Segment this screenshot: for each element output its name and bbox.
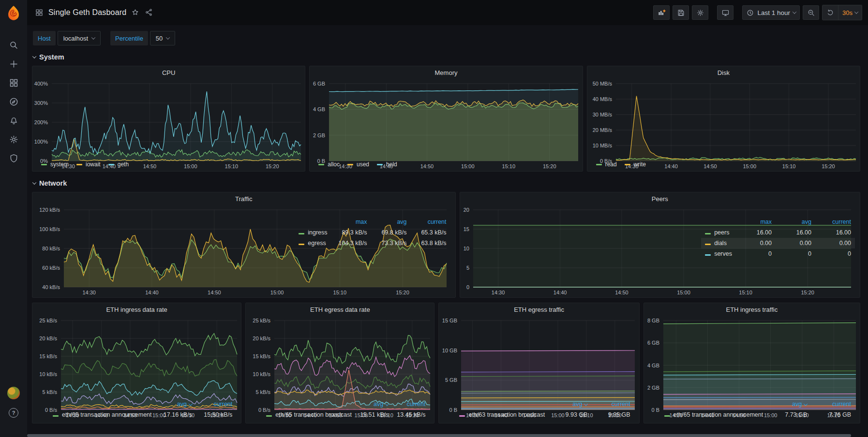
legend-item[interactable]: eth/65 transaction announcement xyxy=(660,409,767,420)
legend-item[interactable]: alloc xyxy=(318,161,340,168)
svg-text:14:50: 14:50 xyxy=(615,290,629,295)
svg-text:20 kB/s: 20 kB/s xyxy=(39,335,57,341)
dashboard-scroll[interactable]: Host localhost Percentile 50 System CPU xyxy=(27,25,868,437)
legend-item[interactable]: system xyxy=(41,161,69,168)
panel-title[interactable]: ETH egress traffic xyxy=(439,303,639,316)
variable-host-value[interactable]: localhost xyxy=(58,31,101,45)
svg-text:5 kB/s: 5 kB/s xyxy=(256,389,271,395)
user-avatar[interactable] xyxy=(7,387,20,399)
legend-item[interactable]: egress xyxy=(295,238,331,248)
panel-title[interactable]: ETH egress data rate xyxy=(246,303,434,316)
legend-item[interactable]: eth/65 transaction announcement xyxy=(49,409,156,420)
variable-percentile-value[interactable]: 50 xyxy=(150,31,175,45)
legend-value: 0 xyxy=(815,248,855,259)
eth-egress-traffic-chart[interactable]: 0 B5 GB10 GB15 GB14:3014:4014:5015:0015:… xyxy=(439,316,639,399)
section-system[interactable]: System xyxy=(33,50,860,64)
series-swatch xyxy=(625,164,630,165)
legend-sort-avg[interactable]: avg xyxy=(356,399,392,409)
help-icon[interactable]: ? xyxy=(9,408,18,418)
legend-sort-current[interactable]: current xyxy=(392,399,429,409)
section-network[interactable]: Network xyxy=(33,176,860,190)
peers-chart[interactable]: 0510152014:3014:4014:5015:0015:1015:20 xyxy=(460,205,702,297)
share-icon[interactable] xyxy=(145,8,153,17)
alerting-bell-icon[interactable] xyxy=(8,115,19,126)
legend-sort-avg[interactable]: avg xyxy=(767,399,811,409)
dashboard-settings-button[interactable] xyxy=(692,5,708,20)
eth-egress-traffic-legend: avgcurrenteth/63 transaction broadcast9.… xyxy=(439,399,639,423)
dashboard-title: Single Geth Dasboard xyxy=(48,8,126,17)
star-icon[interactable] xyxy=(131,8,140,17)
dashboard-grid-icon xyxy=(35,8,44,17)
sort-chevron-icon xyxy=(189,402,193,406)
legend-sort-avg[interactable]: avg xyxy=(549,399,591,409)
legend-value: 0.00 xyxy=(776,238,815,248)
legend-item[interactable]: serves xyxy=(701,248,736,259)
panel-title[interactable]: ETH ingress data rate xyxy=(32,303,241,316)
chevron-down-icon xyxy=(166,35,170,39)
legend-item[interactable]: held xyxy=(377,161,397,168)
svg-text:15 kB/s: 15 kB/s xyxy=(39,353,57,359)
series-swatch xyxy=(347,164,353,165)
save-dashboard-button[interactable] xyxy=(673,5,689,20)
legend-item[interactable]: used xyxy=(347,161,369,168)
legend-sort-max[interactable]: max xyxy=(736,217,776,227)
legend-value: 104.3 kB/s xyxy=(331,238,371,248)
refresh-interval-picker[interactable]: 30s xyxy=(838,5,862,20)
eth-ingress-data-rate-chart[interactable]: 0 B/s5 kB/s10 kB/s15 kB/s20 kB/s25 kB/s1… xyxy=(32,316,241,399)
server-admin-shield-icon[interactable] xyxy=(8,153,19,163)
series-swatch xyxy=(53,415,59,417)
panel-title[interactable]: Traffic xyxy=(32,192,455,205)
eth-ingress-traffic-chart[interactable]: 0 B2 GB4 GB6 GB8 GB14:3014:4014:5015:001… xyxy=(644,316,860,399)
cpu-chart[interactable]: 0%100%200%300%400%14:3014:4014:5015:0015… xyxy=(32,79,305,158)
legend-item[interactable]: iowait xyxy=(76,161,101,168)
legend-item[interactable]: peers xyxy=(701,227,736,238)
series-swatch xyxy=(596,164,602,165)
legend-sort-avg[interactable]: avg xyxy=(156,399,196,409)
traffic-chart[interactable]: 40 kB/s60 kB/s80 kB/s100 kB/s120 kB/s14:… xyxy=(32,205,295,297)
panel-title[interactable]: Disk xyxy=(587,66,860,79)
legend-sort-current[interactable]: current xyxy=(411,217,450,227)
dashboards-icon[interactable] xyxy=(8,77,19,88)
add-panel-button[interactable] xyxy=(653,5,670,20)
disk-chart[interactable]: 0 B/s10 MB/s20 MB/s30 MB/s40 MB/s50 MB/s… xyxy=(587,79,860,158)
eth-egress-data-rate-chart[interactable]: 0 B/s5 kB/s10 kB/s15 kB/s20 kB/s25 kB/s1… xyxy=(246,316,434,399)
legend-sort-current[interactable]: current xyxy=(811,399,855,409)
legend-value: 17.16 kB/s xyxy=(156,409,196,420)
legend-sort-current[interactable]: current xyxy=(591,399,634,409)
legend-sort-current[interactable]: current xyxy=(196,399,236,409)
legend-sort-current[interactable]: current xyxy=(815,217,855,227)
svg-text:60 kB/s: 60 kB/s xyxy=(42,265,60,271)
scrollbar-thumb[interactable] xyxy=(27,434,851,437)
panel-title[interactable]: Memory xyxy=(310,66,582,79)
legend-item[interactable]: write xyxy=(625,161,646,168)
legend-item[interactable]: eth/63 transaction broadcast xyxy=(455,409,549,420)
legend-item[interactable]: ingress xyxy=(295,227,331,238)
panel-title[interactable]: ETH ingress traffic xyxy=(644,303,860,316)
svg-text:4 GB: 4 GB xyxy=(647,363,659,368)
legend-value: 65.3 kB/s xyxy=(411,227,450,238)
legend-sort-avg[interactable]: avg xyxy=(371,217,411,227)
legend-item[interactable]: dials xyxy=(701,238,736,248)
svg-text:2 GB: 2 GB xyxy=(647,385,659,391)
legend-sort-max[interactable]: max xyxy=(331,217,371,227)
legend-sort-avg[interactable]: avg xyxy=(776,217,815,227)
svg-text:20 MB/s: 20 MB/s xyxy=(592,127,612,133)
zoom-out-time-button[interactable] xyxy=(803,5,819,20)
svg-text:14:50: 14:50 xyxy=(208,290,221,295)
explore-compass-icon[interactable] xyxy=(8,96,19,107)
cycle-view-mode-button[interactable] xyxy=(717,5,733,20)
grafana-logo[interactable] xyxy=(0,0,27,25)
legend-item[interactable]: read xyxy=(596,161,617,168)
configuration-gear-icon[interactable] xyxy=(8,134,19,145)
svg-text:15:00: 15:00 xyxy=(677,290,690,295)
panel-title[interactable]: Peers xyxy=(460,192,860,205)
submenu: Host localhost Percentile 50 xyxy=(32,31,860,45)
create-plus-icon[interactable] xyxy=(8,58,19,69)
search-icon[interactable] xyxy=(8,40,19,50)
legend-item[interactable]: eth/65 transaction broadcast xyxy=(262,409,356,420)
refresh-button[interactable] xyxy=(823,5,838,20)
time-range-picker[interactable]: Last 1 hour xyxy=(742,5,800,20)
memory-chart[interactable]: 0 B2 GB4 GB6 GB14:3014:4014:5015:0015:10… xyxy=(310,79,582,158)
legend-item[interactable]: geth xyxy=(108,161,129,168)
panel-title[interactable]: CPU xyxy=(32,66,305,79)
